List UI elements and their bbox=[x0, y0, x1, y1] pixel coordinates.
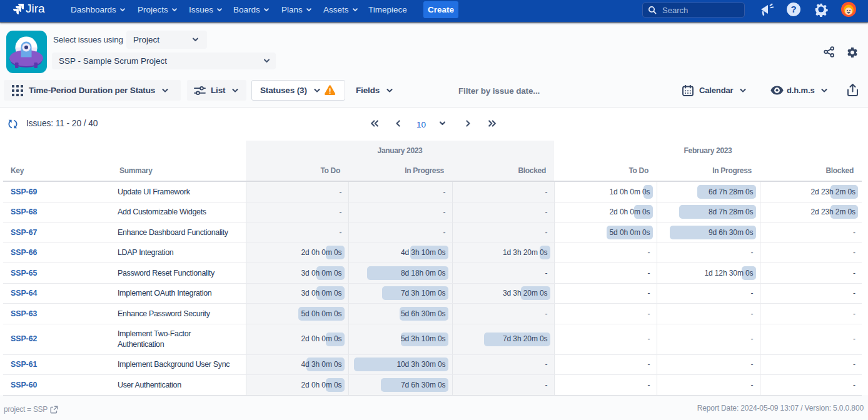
svg-text:?: ? bbox=[790, 4, 796, 14]
